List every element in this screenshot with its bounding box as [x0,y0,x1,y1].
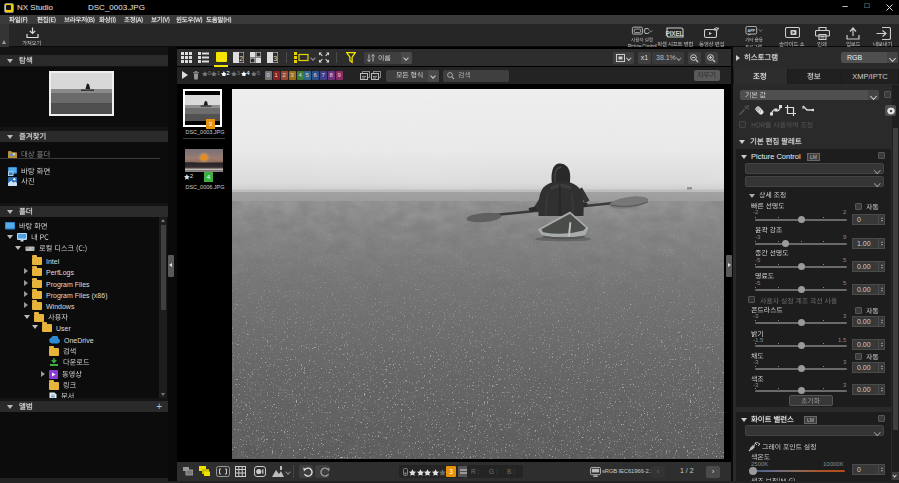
svg-text:C: C [644,26,650,36]
svg-text:3: 3 [273,55,277,62]
svg-text:2: 2 [239,55,243,62]
svg-text:APP: APP [748,29,756,33]
svg-text:PIXEL: PIXEL [666,30,684,37]
